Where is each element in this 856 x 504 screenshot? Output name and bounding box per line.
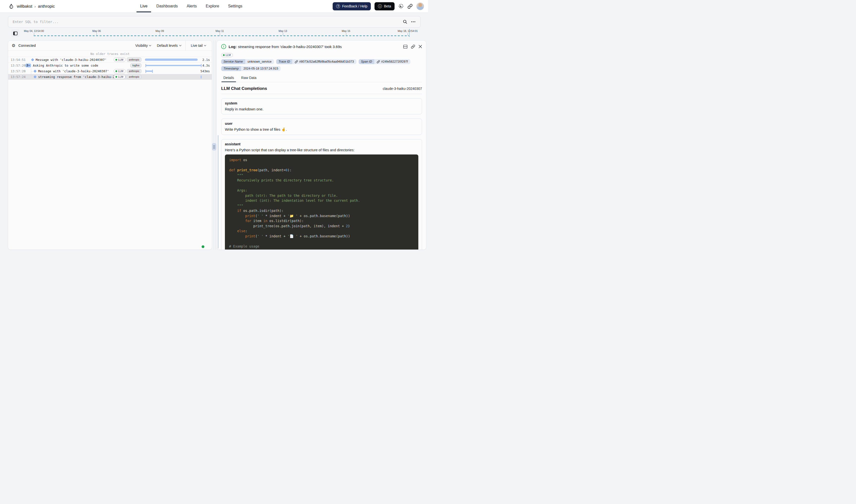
trace-row[interactable]: 13:57:20Message with 'claude-3-haiku-202… <box>8 68 212 74</box>
share-link-icon[interactable] <box>407 4 413 9</box>
llm-tag-label: LLM <box>226 54 231 56</box>
duration-bar-zone <box>144 68 203 74</box>
log-title: Log:streaming response from 'claude-3-ha… <box>229 44 342 49</box>
primary-nav: LiveDashboardsAlertsExploreSettings <box>140 0 243 12</box>
tab-live[interactable]: Live <box>140 0 147 12</box>
trace-row[interactable]: 13:57:202−Asking Anthropic to write some… <box>8 62 212 68</box>
detail-tab-raw-data[interactable]: Raw Data <box>241 74 257 82</box>
panel-resize-handle[interactable] <box>212 143 216 150</box>
default-levels-dropdown[interactable]: Default levels <box>154 41 184 51</box>
trace-label: streaming response from 'claude-3-haiku-… <box>38 75 126 79</box>
trace-label: Message with 'claude-3-haiku-20240307' <box>38 69 109 73</box>
timeline-tick <box>283 33 283 36</box>
attributes-row: Service Nameunknown_serviceTrace ID#8073… <box>221 59 422 64</box>
attribute-pill-trace-id: Trace ID#8073c52a62ffb9ba05c4aa948d01b37… <box>276 59 356 64</box>
trace-row[interactable]: 13:54:51Message with 'claude-3-haiku-202… <box>8 57 212 62</box>
message-text: Here's a Python script that can display … <box>225 148 418 152</box>
connection-indicator-dot <box>202 245 204 248</box>
visibility-dropdown[interactable]: Visibility <box>133 41 154 51</box>
message-text: Reply in markdown one. <box>225 107 418 111</box>
tab-explore[interactable]: Explore <box>206 0 219 12</box>
duration-bar <box>145 59 198 61</box>
tab-alerts[interactable]: Alerts <box>187 0 197 12</box>
message-role: system <box>225 101 418 105</box>
breadcrumb-org[interactable]: willbakst <box>17 4 32 9</box>
code-line: print(' ' * indent + '📄 ' + os.path.base… <box>229 234 414 239</box>
scope-badge: anthropic <box>127 57 141 62</box>
close-icon[interactable] <box>419 45 422 48</box>
traces-panel: Connected Visibility Default levels Live… <box>8 40 212 250</box>
tab-settings[interactable]: Settings <box>228 0 243 12</box>
span-diamond-icon <box>33 75 37 78</box>
trace-timestamp: 13:57:20 <box>8 69 24 73</box>
detail-tab-details[interactable]: Details <box>223 74 234 82</box>
timeline-date-label: May 13 <box>279 30 287 32</box>
attribute-pill-timestamp: Timestamp2024-05-18 13:57:24.915 <box>221 66 281 71</box>
trace-badges: LLManthropic <box>114 69 141 73</box>
trace-badges: LLManthropic <box>114 75 141 79</box>
split-view-icon[interactable] <box>403 44 407 49</box>
live-tail-dropdown[interactable]: Live tail <box>186 41 212 51</box>
tab-dashboards[interactable]: Dashboards <box>156 0 178 12</box>
green-dot-icon <box>223 54 225 56</box>
code-line: # Example usage <box>229 244 414 249</box>
attribute-label: Service Name <box>221 59 245 64</box>
empty-state-message: No older traces exist <box>8 51 212 57</box>
sidebar-toggle-button[interactable] <box>11 30 20 37</box>
code-line <box>229 183 414 188</box>
attribute-value[interactable]: #8073c52a62ffb9ba05c4aa948d01b373 <box>292 59 356 64</box>
default-levels-label: Default levels <box>157 43 178 48</box>
question-circle-icon <box>336 4 340 8</box>
top-navbar: willbakst › anthropic LiveDashboardsAler… <box>0 0 428 13</box>
timeline-tick <box>97 33 97 36</box>
user-avatar[interactable] <box>416 2 424 10</box>
code-line: print_tree(os.path.join(path, item), ind… <box>229 223 414 229</box>
trace-row[interactable]: 13:57:24streaming response from 'claude-… <box>8 74 212 80</box>
attributes-row: Timestamp2024-05-18 13:57:24.915 <box>221 66 422 71</box>
code-line <box>229 239 414 244</box>
timeline-tick <box>346 33 346 36</box>
attribute-label: Trace ID <box>276 59 292 64</box>
breadcrumb-project[interactable]: anthropic <box>38 4 55 9</box>
feedback-help-button[interactable]: Feedback / Help <box>333 2 371 11</box>
llm-badge: LLM <box>114 69 125 73</box>
trace-timestamp: 13:57:24 <box>8 75 24 79</box>
logfire-logo-icon[interactable] <box>8 3 14 9</box>
trace-list: 13:54:51Message with 'claude-3-haiku-202… <box>8 57 212 80</box>
log-title-text: streaming response from 'claude-3-haiku-… <box>238 44 342 49</box>
copy-link-icon[interactable] <box>411 44 415 49</box>
code-line <box>229 163 414 168</box>
duration-bar-line <box>146 71 153 72</box>
beta-button[interactable]: Beta <box>374 2 395 11</box>
duration-bar-line <box>146 65 202 66</box>
section-header: LLM Chat Completions claude-3-haiku-2024… <box>221 86 422 91</box>
trace-duration: 2.1s <box>202 58 210 61</box>
duration-bar <box>200 75 202 78</box>
code-line: Args: <box>229 188 414 193</box>
attribute-pill-service-name: Service Nameunknown_service <box>221 59 274 64</box>
scope-badge: anthropic <box>127 75 141 79</box>
panel-left-icon <box>13 32 18 35</box>
collapse-toggle[interactable]: 2− <box>25 64 31 68</box>
code-line: indent (int): The indentation level for … <box>229 198 414 203</box>
span-diamond-icon <box>31 58 34 61</box>
attribute-value[interactable]: #24fe5822720f297f <box>374 59 410 64</box>
section-title: LLM Chat Completions <box>221 86 267 91</box>
duration-bar <box>145 70 153 73</box>
trace-badges: logfire <box>130 64 141 68</box>
more-options-icon[interactable] <box>411 21 415 22</box>
search-icon[interactable] <box>403 20 407 24</box>
attribute-value: 2024-05-18 13:57:24.915 <box>241 66 281 71</box>
chevron-down-icon <box>149 45 151 46</box>
attribute-pill-span-id: Span ID#24fe5822720f297f <box>359 59 410 64</box>
llm-badge: LLM <box>114 57 125 62</box>
model-name: claude-3-haiku-20240307 <box>383 87 422 91</box>
theme-toggle-icon[interactable] <box>398 3 404 9</box>
info-icon <box>221 44 226 49</box>
code-line: def print_tree(path, indent=0): <box>229 167 414 173</box>
sql-filter-input[interactable] <box>13 16 402 27</box>
code-line: print_tree('/path/to/your/directory') <box>229 249 414 250</box>
settings-gear-icon[interactable] <box>12 43 15 48</box>
timeline: May 04, 13:54:00May 06May 09May 11May 13… <box>8 29 421 39</box>
log-level-label: Log: <box>229 44 237 49</box>
